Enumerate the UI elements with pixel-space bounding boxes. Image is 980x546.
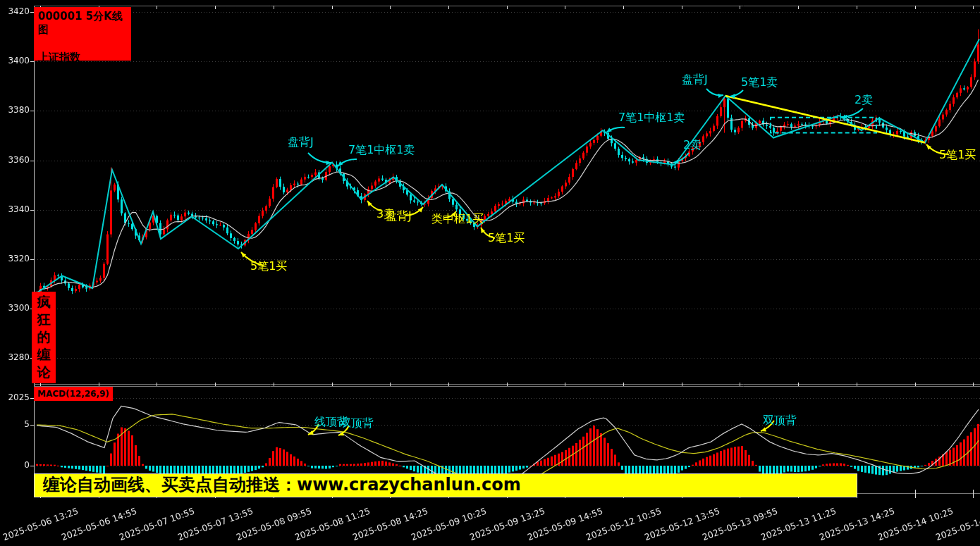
watermark-char: 论 <box>32 364 56 381</box>
symbol-code-period: 000001 5分K线图 <box>38 10 131 37</box>
watermark-char: 的 <box>32 328 56 346</box>
price-axis-label: 3320 <box>0 254 30 263</box>
chart-canvas[interactable] <box>0 0 980 546</box>
chan-annotation-label: 5笔1买 <box>939 149 976 161</box>
macd-axis-label: 5 <box>0 419 30 429</box>
chan-annotation-label: 5笔1买 <box>250 261 287 272</box>
watermark-char: 缠 <box>32 346 56 364</box>
chan-annotation-label: 7笔1中枢1卖 <box>618 112 685 123</box>
chan-annotation-label: 2卖 <box>855 94 873 106</box>
symbol-name: 上证指数 <box>38 51 131 64</box>
chan-annotation-label: 盘背J <box>288 137 314 148</box>
promo-banner[interactable]: 缠论自动画线、买卖点自动推送：www.crazychanlun.com <box>34 473 857 497</box>
macd-axis-label: 0 <box>0 460 30 470</box>
chan-annotation-label: 类中枢1买 <box>431 213 484 225</box>
chan-annotation-label: 双顶背 <box>340 418 374 429</box>
watermark-box: 疯狂的缠论 <box>32 292 56 383</box>
price-axis-label: 3360 <box>0 155 30 165</box>
chart-window: 000001 5分K线图 上证指数 疯狂的缠论 MACD(12,26,9) 34… <box>0 0 980 546</box>
chan-annotation-label: 5笔1买 <box>488 232 525 244</box>
symbol-title-box: 000001 5分K线图 上证指数 <box>34 7 131 61</box>
watermark-char: 狂 <box>32 311 56 328</box>
price-axis-label: 3300 <box>0 303 30 313</box>
price-axis-label: 3400 <box>0 56 30 66</box>
macd-indicator-label: MACD(12,26,9) <box>34 387 113 401</box>
chan-annotation-label: 盘背J <box>386 211 412 222</box>
price-axis-label: 3340 <box>0 204 30 214</box>
chan-annotation-label: 7笔1中枢1卖 <box>348 144 415 156</box>
price-axis-label: 3380 <box>0 105 30 115</box>
chan-annotation-label: 双顶背 <box>763 415 797 426</box>
chan-annotation-label: 5笔1卖 <box>741 77 778 88</box>
macd-axis-label: 2025 <box>0 392 30 402</box>
chan-annotation-label: 2卖 <box>683 139 702 151</box>
price-axis-label: 3280 <box>0 352 30 362</box>
chan-annotation-label: 盘背J <box>682 74 708 85</box>
price-axis-label: 3420 <box>0 6 30 16</box>
watermark-char: 疯 <box>32 293 56 311</box>
